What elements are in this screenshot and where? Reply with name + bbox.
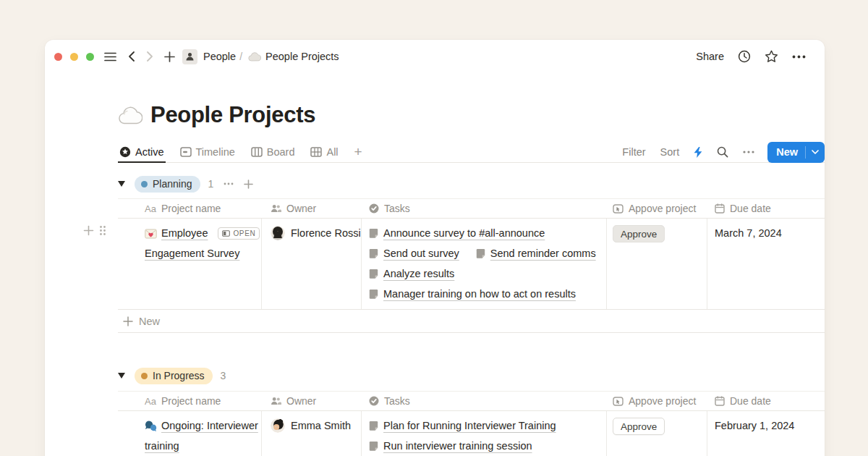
check-circle-icon	[369, 203, 379, 214]
speech-bubbles-icon	[145, 421, 157, 431]
breadcrumb-current[interactable]: People Projects	[265, 51, 339, 62]
status-dot	[141, 373, 148, 379]
page-icon	[369, 421, 378, 431]
collapse-triangle-icon[interactable]	[118, 181, 125, 187]
page-icon	[369, 290, 378, 299]
sort-button[interactable]: Sort	[660, 146, 680, 158]
traffic-lights	[54, 53, 94, 61]
close-window-button[interactable]	[54, 53, 62, 61]
page-icon	[369, 442, 378, 451]
column-header-approve-project[interactable]: Appove project	[607, 395, 707, 407]
group-more-icon[interactable]	[224, 182, 234, 185]
search-icon[interactable]	[717, 146, 728, 158]
table-row[interactable]: Ongoing: Interviewer training Emma Smith	[118, 411, 825, 456]
minimize-window-button[interactable]	[70, 53, 78, 61]
project-name-cell[interactable]: Ongoing: Interviewer training	[118, 411, 262, 456]
column-header-project-name[interactable]: Aa Project name	[118, 203, 262, 214]
tab-label: All	[326, 146, 338, 158]
star-icon[interactable]	[765, 50, 778, 63]
zoom-window-button[interactable]	[86, 53, 94, 61]
back-icon[interactable]	[128, 51, 135, 62]
new-button-label: New	[767, 146, 805, 158]
column-header-due-date[interactable]: Due date	[707, 395, 825, 407]
column-header-tasks[interactable]: Tasks	[362, 395, 607, 407]
desktop-background: People / People Projects Share	[0, 0, 868, 456]
due-date-cell[interactable]: March 7, 2024	[707, 219, 825, 309]
owner-name: Emma Smith	[291, 420, 351, 431]
cloud-icon	[248, 52, 261, 62]
task-link[interactable]: Analyze results	[369, 268, 454, 279]
history-icon[interactable]	[738, 50, 751, 63]
calendar-icon	[715, 396, 725, 406]
tab-active[interactable]: Active	[118, 142, 166, 163]
project-title-line1[interactable]: Employee	[161, 227, 208, 239]
tab-board[interactable]: Board	[250, 142, 297, 163]
breadcrumb-root[interactable]: People	[203, 51, 236, 62]
project-title-line1[interactable]: Ongoing: Interviewer	[161, 420, 258, 431]
status-label: Planning	[153, 178, 192, 190]
group-header-planning: Planning 1	[118, 174, 825, 193]
tab-all[interactable]: All	[309, 142, 339, 163]
new-row-button[interactable]: New	[118, 310, 825, 333]
table-row[interactable]: Employee OPEN Engagement Survey	[118, 219, 825, 310]
people-icon	[271, 397, 281, 405]
owner-cell[interactable]: Florence Rossi	[262, 219, 362, 309]
tasks-cell[interactable]: Plan for Running Interviewer Training Ru…	[362, 411, 607, 456]
project-title-line2[interactable]: training	[145, 440, 179, 452]
task-link[interactable]: Send reminder comms	[476, 248, 596, 259]
column-header-owner[interactable]: Owner	[262, 395, 362, 407]
filter-button[interactable]: Filter	[622, 146, 645, 158]
group-add-icon[interactable]	[244, 180, 253, 189]
group-count: 3	[221, 370, 226, 381]
people-page-icon	[182, 49, 197, 64]
text-icon: Aa	[145, 203, 156, 214]
new-button[interactable]: New	[767, 142, 825, 163]
owner-cell[interactable]: Emma Smith	[262, 411, 362, 456]
window-topbar: People / People Projects Share	[45, 40, 825, 73]
table-header-row: Aa Project name Owner Tasks	[118, 391, 825, 411]
status-badge-planning[interactable]: Planning	[135, 176, 200, 193]
approve-button[interactable]: Approve	[613, 225, 665, 242]
task-link[interactable]: Announce survey to #all-announce	[369, 227, 545, 239]
row-add-icon[interactable]	[83, 225, 94, 236]
drag-handle-icon[interactable]	[99, 225, 106, 236]
tasks-cell[interactable]: Announce survey to #all-announce Send ou…	[362, 219, 607, 309]
check-circle-icon	[369, 396, 379, 406]
column-header-due-date[interactable]: Due date	[707, 203, 825, 214]
collapse-triangle-icon[interactable]	[118, 373, 125, 379]
project-name-cell[interactable]: Employee OPEN Engagement Survey	[118, 219, 262, 309]
tab-label: Board	[267, 146, 295, 158]
tab-timeline[interactable]: Timeline	[179, 142, 237, 163]
view-more-icon[interactable]	[743, 151, 754, 153]
menu-icon[interactable]	[104, 52, 116, 62]
share-button[interactable]: Share	[696, 51, 724, 62]
page-icon	[369, 249, 378, 258]
task-link[interactable]: Send out survey	[369, 248, 459, 259]
chevron-down-icon[interactable]	[806, 150, 825, 154]
project-title-line2[interactable]: Engagement Survey	[145, 248, 239, 259]
column-header-project-name[interactable]: Aa Project name	[118, 395, 262, 407]
people-icon	[271, 204, 281, 213]
new-page-plus-icon[interactable]	[164, 51, 175, 62]
column-header-tasks[interactable]: Tasks	[362, 203, 607, 214]
add-view-button[interactable]: +	[354, 144, 362, 160]
more-icon[interactable]	[792, 55, 806, 59]
open-page-button[interactable]: OPEN	[218, 227, 260, 240]
status-badge-in-progress[interactable]: In Progress	[135, 368, 213, 384]
page-header: People Projects	[118, 101, 825, 128]
lightning-icon[interactable]	[694, 147, 702, 158]
task-link[interactable]: Run interviewer training session	[369, 440, 532, 452]
task-link[interactable]: Plan for Running Interviewer Training	[369, 420, 556, 431]
due-date-cell[interactable]: February 1, 2024	[707, 411, 825, 456]
column-header-owner[interactable]: Owner	[262, 203, 362, 214]
page-title[interactable]: People Projects	[150, 102, 315, 128]
column-header-approve-project[interactable]: Appove project	[607, 203, 707, 214]
group-header-in-progress: In Progress 3	[118, 366, 825, 385]
task-link[interactable]: Manager training on how to act on result…	[369, 288, 576, 300]
approve-button[interactable]: Approve	[613, 418, 665, 435]
status-dot	[141, 181, 148, 187]
approve-cell: Approve	[607, 411, 707, 456]
breadcrumb-separator: /	[239, 51, 242, 62]
page-cloud-icon[interactable]	[118, 106, 142, 124]
forward-icon[interactable]	[147, 51, 153, 62]
